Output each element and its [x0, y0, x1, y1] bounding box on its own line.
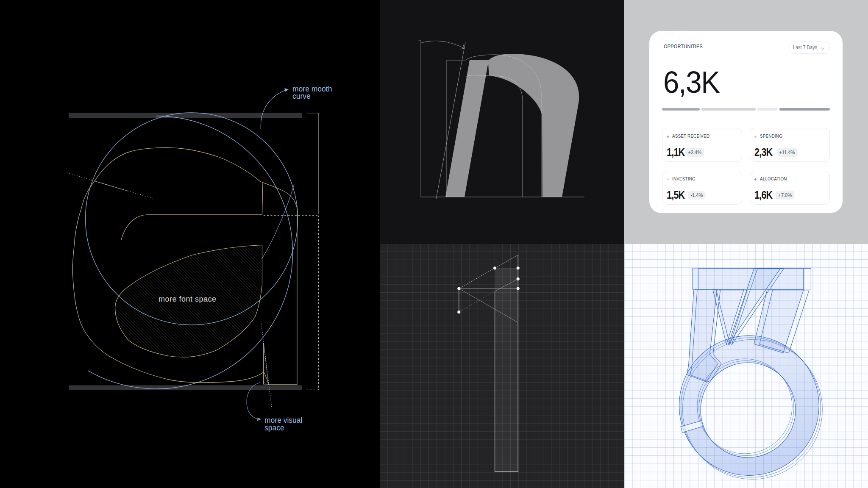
- svg-text:space: space: [264, 424, 284, 432]
- svg-text:curve: curve: [292, 92, 311, 100]
- svg-text:more visual: more visual: [264, 416, 302, 424]
- svg-text:more font space: more font space: [159, 295, 217, 303]
